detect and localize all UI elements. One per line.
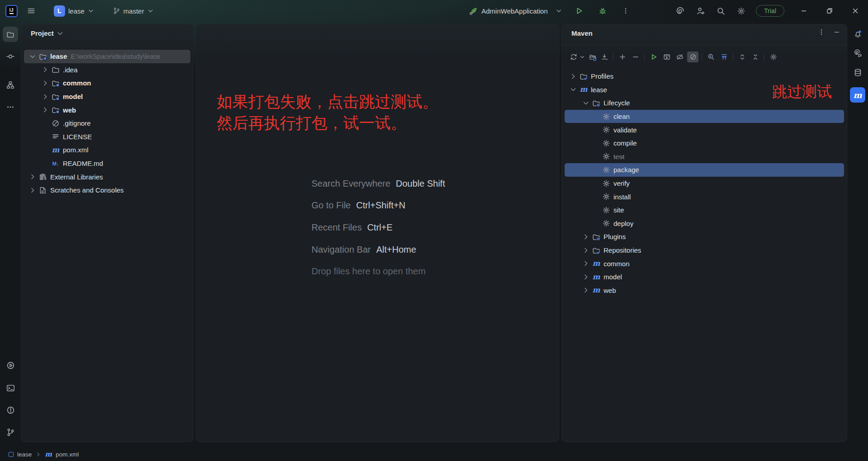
reload-maven-projects-button[interactable] <box>568 52 579 62</box>
minimize-button[interactable] <box>791 0 816 22</box>
maven-row-repositories[interactable]: Repositories <box>565 244 844 257</box>
more-run-options-button[interactable] <box>616 0 635 22</box>
tree-row-lease[interactable]: lease E:\workSpace\idea\study\lease <box>24 50 190 63</box>
structure-tool-button[interactable] <box>3 77 18 93</box>
git-branch-icon <box>113 7 120 14</box>
goal-gear-icon <box>602 113 610 121</box>
module-folder-icon <box>52 106 60 114</box>
maven-row-model[interactable]: m model <box>565 270 844 284</box>
chevron-down-icon <box>582 99 590 107</box>
maven-row-lease[interactable]: m lease <box>565 83 844 97</box>
branch-label: master <box>123 7 144 15</box>
chevron-down-icon <box>570 86 577 93</box>
expand-all-button[interactable] <box>736 52 748 62</box>
maven-tool-button[interactable]: m <box>850 87 865 103</box>
project-widget-label: lease <box>68 7 85 15</box>
maven-goal-test[interactable]: test <box>565 150 844 164</box>
panel-options-icon[interactable] <box>818 28 825 36</box>
maven-goal-deploy[interactable]: deploy <box>565 217 844 230</box>
chevron-right-icon <box>42 80 49 87</box>
tree-row-external-libraries[interactable]: External Libraries <box>24 170 190 183</box>
run-maven-build-button[interactable] <box>648 52 659 62</box>
module-folder-icon <box>52 93 60 101</box>
project-panel-header[interactable]: Project <box>31 29 64 37</box>
remove-maven-project-button[interactable] <box>630 52 641 62</box>
maven-row-profiles[interactable]: Profiles <box>565 70 844 83</box>
left-tool-strip <box>0 22 21 449</box>
vcs-widget[interactable]: master <box>108 3 158 19</box>
notifications-button[interactable] <box>850 26 865 42</box>
hide-panel-icon[interactable] <box>833 28 840 36</box>
maven-tree: Profiles m lease Lifecycle clean validat… <box>562 70 847 297</box>
goal-gear-icon <box>602 126 610 134</box>
run-configuration-name: AdminWebApplication <box>481 7 547 15</box>
run-configuration-selector[interactable]: AdminWebApplication <box>466 7 566 15</box>
generate-sources-button[interactable] <box>587 52 599 62</box>
maven-goal-validate[interactable]: validate <box>565 123 844 136</box>
goal-gear-icon <box>602 179 610 188</box>
reload-dropdown-icon[interactable] <box>579 52 585 62</box>
tree-row-model[interactable]: model <box>24 90 190 103</box>
maven-row-plugins[interactable]: Plugins <box>565 230 844 244</box>
maven-row-common[interactable]: m common <box>565 257 844 270</box>
maven-goal-package[interactable]: package <box>565 163 844 177</box>
project-tool-button[interactable] <box>3 27 18 42</box>
settings-button[interactable] <box>731 0 751 22</box>
close-button[interactable] <box>842 0 868 22</box>
terminal-tool-button[interactable] <box>3 380 18 395</box>
maven-row-web[interactable]: m web <box>565 284 844 297</box>
restore-button[interactable] <box>816 0 842 22</box>
main-menu-button[interactable] <box>21 0 41 22</box>
skip-tests-toggle[interactable] <box>687 52 698 62</box>
maven-file-icon: m <box>52 146 60 154</box>
tree-row-web[interactable]: web <box>24 103 190 117</box>
maven-goal-clean[interactable]: clean <box>565 110 844 123</box>
maven-goal-site[interactable]: site <box>565 203 844 217</box>
breadcrumb-file[interactable]: pom.xml <box>56 451 79 458</box>
add-maven-project-button[interactable] <box>617 52 628 62</box>
offline-mode-toggle[interactable] <box>674 52 685 62</box>
search-everywhere-button[interactable] <box>711 0 731 22</box>
run-toolbar: AdminWebApplication <box>466 0 635 22</box>
collapse-all-button[interactable] <box>750 52 761 62</box>
tree-row-pom[interactable]: m pom.xml <box>24 143 190 157</box>
maven-row-lifecycle[interactable]: Lifecycle <box>565 96 844 110</box>
tree-row-gitignore[interactable]: .gitignore <box>24 117 190 130</box>
run-button[interactable] <box>569 0 589 22</box>
tree-row-readme[interactable]: M↓ README.md <box>24 157 190 170</box>
breadcrumb-project[interactable]: lease <box>17 451 32 458</box>
tree-row-idea[interactable]: .idea <box>24 63 190 77</box>
analyze-dependencies-button[interactable] <box>705 52 717 62</box>
code-with-me-button[interactable] <box>690 0 711 22</box>
project-widget[interactable]: L lease <box>49 3 99 19</box>
chevron-down-icon <box>147 8 154 14</box>
maven-panel: Maven <box>561 24 847 442</box>
ai-chat-tool-button[interactable] <box>850 45 865 61</box>
ai-assistant-button[interactable] <box>670 0 690 22</box>
tree-row-scratches[interactable]: Scratches and Consoles <box>24 183 190 197</box>
commit-tool-button[interactable] <box>3 49 18 64</box>
right-tool-strip: m <box>847 22 868 449</box>
download-sources-button[interactable] <box>599 52 610 62</box>
execute-maven-goal-button[interactable] <box>661 52 672 62</box>
goal-gear-icon <box>602 219 610 227</box>
project-avatar: L <box>54 5 65 17</box>
chevron-right-icon <box>35 452 41 457</box>
maven-goal-compile[interactable]: compile <box>565 136 844 150</box>
services-tool-button[interactable] <box>3 358 18 373</box>
version-control-tool-button[interactable] <box>3 424 18 440</box>
debug-button[interactable] <box>593 0 613 22</box>
show-profiles-button[interactable] <box>718 52 730 62</box>
maven-panel-header: Maven <box>562 24 847 45</box>
database-tool-button[interactable] <box>850 65 865 80</box>
maven-goal-verify[interactable]: verify <box>565 177 844 190</box>
trial-badge[interactable]: Trial <box>756 5 784 17</box>
titlebar-right: Trial <box>670 0 868 22</box>
maven-settings-button[interactable] <box>768 52 779 62</box>
tree-row-license[interactable]: LICENSE <box>24 130 190 144</box>
tree-row-common[interactable]: common <box>24 76 190 90</box>
more-tools-button[interactable] <box>3 99 18 115</box>
maven-goal-install[interactable]: install <box>565 190 844 203</box>
problems-tool-button[interactable] <box>3 402 18 418</box>
intellij-logo: IJ <box>5 5 18 17</box>
